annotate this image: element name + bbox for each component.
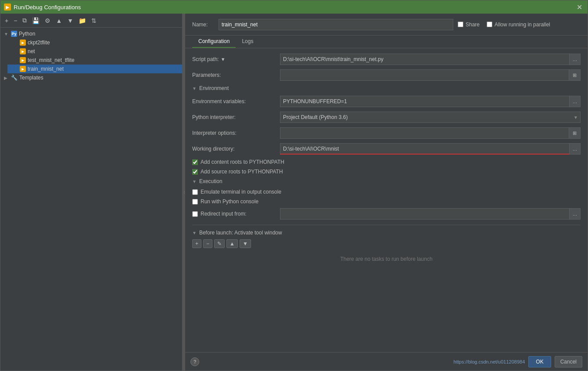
- parameters-label: Parameters:: [192, 72, 280, 78]
- settings-button[interactable]: ⚙: [43, 16, 52, 25]
- env-section-arrow: ▼: [192, 86, 197, 91]
- interpreter-options-expand-btn[interactable]: ⊞: [569, 127, 581, 139]
- add-source-roots-checkbox[interactable]: [192, 169, 198, 175]
- help-button[interactable]: ?: [190, 357, 199, 366]
- dialog-title: Run/Debug Configurations: [14, 4, 81, 11]
- environment-section-header[interactable]: ▼ Environment: [192, 85, 581, 91]
- redirect-input-field[interactable]: [280, 208, 569, 220]
- execution-section-label: Execution: [199, 178, 222, 184]
- python-icon: Py: [11, 31, 17, 37]
- tree-item-ckpt2tflite[interactable]: ▶ ckpt2tflite: [7, 38, 182, 47]
- train-mnist-label: train_mnist_net: [28, 66, 64, 72]
- run-python-console-checkbox[interactable]: [192, 199, 198, 205]
- execution-section-header[interactable]: ▼ Execution: [192, 178, 581, 184]
- allow-parallel-checkbox-label[interactable]: Allow running in parallel: [487, 22, 550, 28]
- execution-section: ▼ Execution Emulate terminal in output c…: [192, 178, 581, 220]
- working-dir-input-area: …: [280, 143, 581, 155]
- right-panel: Name: Share Allow running in parallel: [185, 14, 588, 371]
- env-vars-label: Environment variables:: [192, 98, 280, 104]
- wrench-icon: 🔧: [11, 75, 18, 81]
- tab-logs[interactable]: Logs: [236, 36, 259, 48]
- before-launch-header[interactable]: ▼ Before launch: Activate tool window: [192, 230, 581, 236]
- env-vars-input-area: …: [280, 96, 581, 107]
- parameters-input[interactable]: [280, 69, 569, 81]
- add-config-button[interactable]: +: [3, 16, 10, 25]
- emulate-terminal-checkbox[interactable]: [192, 189, 198, 195]
- env-vars-browse-btn[interactable]: …: [569, 96, 581, 107]
- move-up-button[interactable]: ▲: [54, 16, 64, 25]
- redirect-input-browse-btn[interactable]: …: [569, 208, 581, 220]
- tab-configuration[interactable]: Configuration: [192, 36, 236, 48]
- bl-add-btn[interactable]: +: [192, 239, 201, 248]
- working-dir-input[interactable]: [280, 143, 569, 155]
- working-dir-row: Working directory: …: [192, 143, 581, 155]
- before-launch-section: ▼ Before launch: Activate tool window + …: [192, 225, 581, 267]
- working-dir-label: Working directory:: [192, 146, 280, 152]
- before-launch-arrow: ▼: [192, 231, 197, 235]
- redirect-input-checkbox[interactable]: [192, 211, 198, 217]
- working-dir-browse-btn[interactable]: …: [569, 143, 581, 155]
- main-content: + − ⧉ 💾 ⚙ ▲ ▼ 📁 ⇅ ▼ Py Python: [0, 14, 588, 371]
- script-path-dropdown-btn[interactable]: ▼: [221, 57, 226, 62]
- templates-label: Templates: [19, 75, 43, 81]
- tree-templates-node[interactable]: ▶ 🔧 Templates: [0, 73, 182, 82]
- parameters-expand-btn[interactable]: ⊞: [569, 69, 581, 81]
- tree-item-train-mnist[interactable]: ▶ train_mnist_net: [7, 65, 182, 73]
- bl-down-btn[interactable]: ▼: [240, 239, 251, 248]
- remove-config-button[interactable]: −: [12, 16, 19, 25]
- redirect-input-label: Redirect input from:: [201, 211, 247, 217]
- tabs-bar: Configuration Logs: [185, 36, 588, 48]
- redirect-input-area: …: [280, 208, 581, 220]
- cancel-button[interactable]: Cancel: [555, 356, 582, 367]
- copy-config-button[interactable]: ⧉: [21, 16, 29, 25]
- share-checkbox-label[interactable]: Share: [458, 22, 480, 28]
- close-button[interactable]: ✕: [575, 3, 584, 11]
- name-row: Name: Share Allow running in parallel: [185, 14, 588, 36]
- bl-remove-btn[interactable]: −: [203, 239, 212, 248]
- tree-item-test-mnist[interactable]: ▶ test_mnist_net_tflite: [7, 56, 182, 65]
- script-path-input-area: …: [280, 54, 581, 65]
- bl-edit-btn[interactable]: ✎: [214, 239, 225, 248]
- add-source-roots-label: Add source roots to PYTHONPATH: [201, 169, 283, 175]
- run-python-console-row: Run with Python console: [192, 198, 581, 205]
- exec-section-arrow: ▼: [192, 179, 197, 184]
- share-checkbox[interactable]: [458, 22, 463, 27]
- allow-parallel-label-text: Allow running in parallel: [495, 22, 550, 28]
- move-down-button[interactable]: ▼: [65, 16, 75, 25]
- script-path-input[interactable]: [280, 54, 569, 65]
- script-path-label: Script path:: [192, 56, 219, 62]
- bl-up-btn[interactable]: ▲: [226, 239, 238, 248]
- share-area: Share Allow running in parallel: [458, 22, 581, 28]
- add-content-roots-checkbox[interactable]: [192, 159, 198, 165]
- script-path-browse-btn[interactable]: …: [569, 54, 581, 65]
- script-icon-train: ▶: [20, 66, 26, 72]
- before-launch-label: Before launch: Activate tool window: [199, 230, 282, 236]
- no-tasks-text: There are no tasks to run before launch: [192, 252, 581, 267]
- emulate-terminal-label: Emulate terminal in output console: [201, 189, 281, 195]
- add-source-roots-row: Add source roots to PYTHONPATH: [192, 169, 581, 175]
- tree-python-node[interactable]: ▼ Py Python: [0, 29, 182, 38]
- allow-parallel-checkbox[interactable]: [487, 22, 492, 27]
- sort-button[interactable]: ⇅: [90, 16, 98, 25]
- title-bar: ▶ Run/Debug Configurations ✕: [0, 0, 588, 14]
- tree-item-net[interactable]: ▶ net: [7, 47, 182, 56]
- save-config-button[interactable]: 💾: [30, 16, 41, 25]
- run-debug-dialog: ▶ Run/Debug Configurations ✕ + − ⧉ 💾 ⚙ ▲…: [0, 0, 588, 371]
- interpreter-options-input[interactable]: [280, 127, 569, 139]
- interpreter-select[interactable]: Project Default (Python 3.6) Python 3.7 …: [280, 112, 581, 123]
- interpreter-row: Python interpreter: Project Default (Pyt…: [192, 112, 581, 123]
- emulate-terminal-row: Emulate terminal in output console: [192, 189, 581, 195]
- redirect-input-row: Redirect input from: …: [192, 208, 581, 220]
- script-icon-ckpt: ▶: [20, 40, 26, 46]
- parameters-input-area: ⊞: [280, 69, 581, 81]
- env-vars-input[interactable]: [280, 96, 569, 107]
- run-python-console-label: Run with Python console: [201, 198, 258, 205]
- script-path-row: Script path: ▼ …: [192, 54, 581, 65]
- script-icon-test: ▶: [20, 57, 26, 63]
- ok-button[interactable]: OK: [528, 356, 551, 367]
- env-vars-row: Environment variables: …: [192, 96, 581, 107]
- bottom-bar: ? https://blog.csdn.net/u011208984 OK Ca…: [185, 352, 588, 371]
- folder-button[interactable]: 📁: [77, 16, 88, 25]
- name-input[interactable]: [219, 19, 453, 30]
- interpreter-options-input-area: ⊞: [280, 127, 581, 139]
